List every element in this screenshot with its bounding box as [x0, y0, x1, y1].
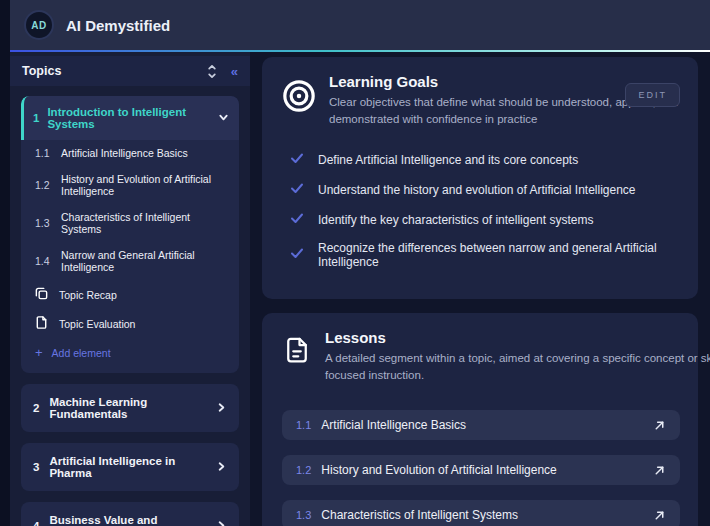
topic-number: 3	[33, 461, 39, 473]
check-icon	[290, 246, 304, 264]
goal-list: Define Artificial Intelligence and its c…	[290, 151, 680, 269]
evaluation-label: Topic Evaluation	[59, 318, 135, 330]
goal-row: Identify the key characteristics of inte…	[290, 211, 680, 229]
avatar: AD	[24, 10, 54, 40]
chevron-right-icon	[216, 458, 227, 476]
lesson-title: Characteristics of Intelligent Systems	[61, 211, 229, 235]
lesson-title: History and Evolution of Artificial Inte…	[61, 173, 229, 197]
document-icon	[282, 335, 312, 369]
topic-1-header[interactable]: 1 Introduction to Intelligent Systems	[21, 96, 239, 140]
lesson-row[interactable]: 1.2 History and Evolution of Artificial …	[282, 455, 680, 485]
goal-text: Understand the history and evolution of …	[318, 183, 636, 197]
topic-evaluation-item[interactable]: Topic Evaluation	[21, 309, 239, 338]
goal-row: Understand the history and evolution of …	[290, 181, 680, 199]
sidebar-lesson-item[interactable]: 1.4 Narrow and General Artificial Intell…	[21, 242, 239, 280]
topic-card-expanded: 1 Introduction to Intelligent Systems 1.…	[21, 96, 239, 373]
app-header: AD AI Demystified	[10, 0, 710, 50]
topic-title: Introduction to Intelligent Systems	[47, 106, 218, 130]
sidebar-lesson-item[interactable]: 1.1 Artificial Intelligence Basics	[21, 140, 239, 166]
collapse-sidebar-icon[interactable]: «	[231, 65, 238, 78]
add-element-button[interactable]: + Add element	[21, 338, 239, 369]
chevron-down-icon	[218, 109, 229, 127]
lessons-description: A detailed segment within a topic, aimed…	[325, 350, 710, 385]
avatar-initials: AD	[31, 20, 46, 31]
topic-1-sublist: 1.1 Artificial Intelligence Basics 1.2 H…	[21, 140, 239, 369]
learning-goals-card: Learning Goals Clear objectives that def…	[262, 57, 698, 299]
lesson-row[interactable]: 1.3 Characteristics of Intelligent Syste…	[282, 500, 680, 526]
goal-text: Define Artificial Intelligence and its c…	[318, 153, 578, 167]
add-element-label: Add element	[52, 347, 111, 359]
app-title: AI Demystified	[66, 17, 170, 34]
topic-title: Business Value and Operations	[49, 514, 216, 526]
lesson-title: Narrow and General Artificial Intelligen…	[61, 249, 229, 273]
open-lesson-arrow-icon[interactable]	[653, 419, 666, 432]
main-content: Learning Goals Clear objectives that def…	[250, 52, 710, 526]
evaluation-icon	[34, 315, 49, 332]
topics-header-bar: Topics «	[10, 56, 250, 86]
lessons-header: Lessons A detailed segment within a topi…	[282, 329, 680, 385]
lesson-number: 1.2	[35, 179, 61, 191]
check-icon	[290, 211, 304, 229]
lessons-card: Lessons A detailed segment within a topi…	[262, 313, 698, 526]
check-icon	[290, 151, 304, 169]
chevron-right-icon	[216, 399, 227, 417]
goal-row: Define Artificial Intelligence and its c…	[290, 151, 680, 169]
recap-icon	[34, 286, 49, 303]
lesson-number: 1.3	[296, 509, 311, 521]
topic-card[interactable]: 4 Business Value and Operations	[21, 502, 239, 526]
chevron-right-icon	[216, 517, 227, 526]
check-icon	[290, 181, 304, 199]
lessons-title: Lessons	[325, 329, 710, 346]
goal-text: Identify the key characteristics of inte…	[318, 213, 593, 227]
lesson-number: 1.3	[35, 217, 61, 229]
topic-number: 1	[33, 112, 39, 124]
lesson-number: 1.4	[35, 255, 61, 267]
sidebar-lesson-item[interactable]: 1.2 History and Evolution of Artificial …	[21, 166, 239, 204]
topic-title: Machine Learning Fundamentals	[49, 396, 216, 420]
plus-icon: +	[35, 346, 43, 359]
learning-goals-header: Learning Goals Clear objectives that def…	[282, 73, 680, 129]
lesson-row[interactable]: 1.1 Artificial Intelligence Basics	[282, 410, 680, 440]
topic-recap-item[interactable]: Topic Recap	[21, 280, 239, 309]
open-lesson-arrow-icon[interactable]	[653, 509, 666, 522]
lesson-list: 1.1 Artificial Intelligence Basics 1.2 H…	[282, 410, 680, 526]
lesson-title: History and Evolution of Artificial Inte…	[321, 463, 556, 477]
lesson-number: 1.2	[296, 464, 311, 476]
topic-card[interactable]: 3 Artificial Intelligence in Pharma	[21, 443, 239, 491]
goal-text: Recognize the differences between narrow…	[318, 241, 680, 269]
topics-sidebar: Topics « 1 Introduction to Intelligent S…	[10, 52, 250, 526]
open-lesson-arrow-icon[interactable]	[653, 464, 666, 477]
topic-number: 4	[33, 520, 39, 526]
lesson-number: 1.1	[35, 147, 61, 159]
edit-button[interactable]: EDIT	[625, 83, 680, 107]
sort-icon[interactable]	[207, 64, 217, 79]
topics-title: Topics	[22, 64, 61, 78]
topic-card[interactable]: 2 Machine Learning Fundamentals	[21, 384, 239, 432]
lesson-title: Characteristics of Intelligent Systems	[321, 508, 518, 522]
target-icon	[282, 79, 316, 117]
topic-number: 2	[33, 402, 39, 414]
recap-label: Topic Recap	[59, 289, 117, 301]
lesson-title: Artificial Intelligence Basics	[61, 147, 188, 159]
lessons-text: Lessons A detailed segment within a topi…	[325, 329, 710, 385]
lesson-number: 1.1	[296, 419, 311, 431]
topic-title: Artificial Intelligence in Pharma	[49, 455, 216, 479]
topic-list: 1 Introduction to Intelligent Systems 1.…	[10, 86, 250, 526]
sidebar-lesson-item[interactable]: 1.3 Characteristics of Intelligent Syste…	[21, 204, 239, 242]
lesson-title: Artificial Intelligence Basics	[321, 418, 466, 432]
goal-row: Recognize the differences between narrow…	[290, 241, 680, 269]
left-rail	[0, 0, 10, 526]
